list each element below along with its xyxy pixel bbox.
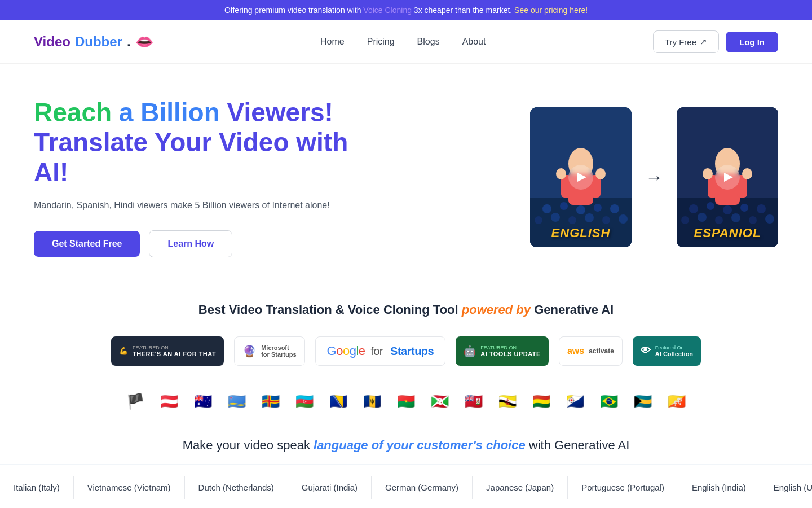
svg-point-3 [560, 202, 568, 210]
hero-left: Reach a Billion Viewers! Translate Your … [34, 98, 350, 257]
tagline-text1: Best Video Translation & Voice Cloning T… [198, 303, 462, 317]
logos-row: 💪 FEATURED ON THERE'S AN AI FOR THAT 🔮 M… [0, 331, 812, 383]
hero-right: ENGLISH → [530, 107, 778, 247]
language-item: Japanese (Japan) [473, 476, 568, 499]
video-card-english: ENGLISH [530, 107, 632, 247]
logo-aws: aws activate [559, 336, 623, 366]
svg-point-8 [551, 213, 560, 222]
hero-viewers: Viewers! [227, 98, 333, 127]
svg-point-37 [742, 168, 752, 179]
svg-point-36 [703, 168, 713, 179]
svg-point-2 [542, 204, 551, 213]
logo-dot: . [127, 34, 131, 50]
flag-item: 🇧🇲 [459, 392, 488, 412]
video-inner-espanol: ESPANIOL [677, 107, 778, 247]
microsoft-text: Microsoft for Startups [261, 344, 296, 358]
language-item: Italian (Italy) [0, 476, 74, 499]
flag-item: 🇧🇦 [324, 392, 353, 412]
flags-row: 🏴🇦🇹🇦🇺🇦🇼🇦🇽🇦🇿🇧🇦🇧🇧🇧🇫🇧🇮🇧🇲🇧🇳🇧🇴🇧🇶🇧🇷🇧🇸🇧🇹 [0, 383, 812, 421]
try-free-label: Try Free [665, 37, 696, 47]
theres-ai-text: FEATURED ON THERE'S AN AI FOR THAT [133, 345, 216, 357]
flag-item: 🇧🇧 [358, 392, 387, 412]
logo-video-text: Video [34, 34, 70, 50]
svg-point-25 [757, 204, 766, 213]
logo-dubber-text: Dubber [75, 34, 122, 50]
svg-point-9 [568, 216, 576, 224]
language-item: German (Germany) [372, 476, 473, 499]
language-text1: Make your video speak [183, 438, 314, 452]
tagline-powered: powered by [462, 303, 531, 317]
hero-a-billion: a [119, 98, 140, 127]
svg-point-4 [576, 205, 585, 214]
logo[interactable]: VideoDubber. 👄 [34, 33, 153, 51]
svg-point-12 [619, 214, 628, 224]
flag-item: 🏴 [121, 392, 150, 412]
translation-arrow: → [645, 167, 663, 188]
logo-google: Google for Startups [315, 336, 446, 366]
svg-point-26 [681, 216, 689, 224]
flag-item: 🇧🇳 [493, 392, 522, 412]
aws-activate-text: activate [589, 347, 614, 355]
svg-point-28 [715, 216, 723, 224]
svg-point-21 [689, 204, 698, 213]
ai-tools-text: FEATURED ON AI TOOLS UPDATE [480, 345, 541, 357]
banner-link[interactable]: See our pricing here! [514, 6, 588, 15]
video-card-espanol: ESPANIOL [677, 107, 778, 247]
hero-translate: Translate Your Video with AI! [34, 128, 348, 187]
svg-point-31 [765, 214, 774, 224]
ai-collection-text: Featured On AI Collection [655, 345, 693, 357]
tagline-text2: Generative AI [531, 303, 614, 317]
hero-billion: Billion [140, 98, 227, 127]
banner-middle: 3x cheaper than the market. [412, 6, 514, 15]
flag-item: 🇦🇼 [222, 392, 251, 412]
language-item: English (India) [678, 476, 760, 499]
language-item: Portuguese (Portugal) [568, 476, 678, 499]
hero-title: Reach a Billion Viewers! Translate Your … [34, 98, 350, 187]
video-inner-english: ENGLISH [530, 107, 632, 247]
nav-about[interactable]: About [462, 37, 486, 46]
video-label-espanol: ESPANIOL [694, 226, 761, 240]
navbar: VideoDubber. 👄 Home Pricing Blogs About … [0, 20, 812, 64]
flag-item: 🇧🇫 [391, 392, 421, 412]
logo-ai-collection: 👁 Featured On AI Collection [633, 336, 701, 366]
hero-reach: Reach [34, 98, 119, 127]
nav-actions: Try Free ↗ Log In [653, 30, 778, 53]
hero-section: Reach a Billion Viewers! Translate Your … [0, 64, 812, 280]
play-button-espanol[interactable] [715, 165, 740, 190]
svg-point-23 [723, 205, 732, 214]
language-list: Italian (Italy)Vietnamese (Vietnam)Dutch… [0, 464, 812, 499]
svg-point-5 [594, 204, 602, 212]
nav-pricing[interactable]: Pricing [367, 37, 395, 46]
logo-theres-an-ai: 💪 FEATURED ON THERE'S AN AI FOR THAT [111, 336, 224, 366]
language-section: Make your video speak language of your c… [0, 421, 812, 464]
flag-item: 🇦🇿 [290, 392, 319, 412]
language-item: Dutch (Netherlands) [185, 476, 288, 499]
hero-buttons: Get Started Free Learn How [34, 230, 350, 257]
svg-point-6 [610, 204, 619, 213]
language-italic: language of your customer's choice [314, 438, 526, 452]
logo-microsoft: 🔮 Microsoft for Startups [234, 336, 304, 366]
svg-point-24 [740, 204, 748, 212]
language-text2: with Generative AI [526, 438, 630, 452]
play-button-english[interactable] [568, 165, 593, 190]
svg-point-10 [585, 213, 594, 222]
hero-subtitle: Mandarin, Spanish, Hindi viewers make 5 … [34, 199, 350, 212]
logo-ai-tools: 🤖 FEATURED ON AI TOOLS UPDATE [456, 336, 549, 366]
login-button[interactable]: Log In [726, 32, 778, 52]
language-item: English (US) [760, 476, 812, 499]
svg-point-29 [731, 213, 740, 222]
flag-item: 🇧🇴 [527, 392, 556, 412]
nav-home[interactable]: Home [320, 37, 345, 46]
learn-how-button[interactable]: Learn How [149, 230, 232, 257]
get-started-button[interactable]: Get Started Free [34, 231, 140, 257]
nav-blogs[interactable]: Blogs [417, 37, 440, 46]
svg-point-17 [556, 168, 566, 179]
external-link-icon: ↗ [700, 37, 707, 47]
try-free-button[interactable]: Try Free ↗ [653, 30, 719, 53]
nav-links: Home Pricing Blogs About [320, 37, 486, 47]
banner-text: Offering premium video translation with [224, 6, 363, 15]
flag-item: 🇦🇺 [188, 392, 218, 412]
flag-item: 🇧🇷 [594, 392, 624, 412]
top-banner: Offering premium video translation with … [0, 0, 812, 20]
google-text: Google for Startups [327, 344, 434, 358]
